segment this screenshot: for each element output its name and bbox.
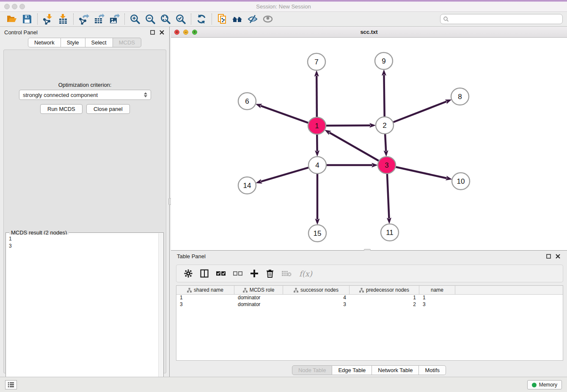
tab-mcds[interactable]: MCDS — [113, 38, 141, 47]
graph-node-14[interactable]: 14 — [238, 177, 256, 194]
float-table-panel-icon[interactable] — [545, 253, 552, 259]
table-cell[interactable]: 3 — [176, 301, 234, 308]
graph-node-1[interactable]: 1 — [308, 117, 326, 134]
svg-text:14: 14 — [243, 182, 251, 190]
graph-node-4[interactable]: 4 — [308, 157, 326, 174]
import-table-icon[interactable] — [55, 13, 71, 25]
window-titlebar: Session: New Session — [0, 2, 567, 12]
network-canvas[interactable]: 7968124314101511 — [171, 38, 566, 250]
refresh-icon[interactable] — [194, 13, 209, 25]
zoom-out-icon[interactable] — [143, 13, 158, 25]
toolbar-separator — [124, 14, 125, 25]
zoom-in-icon[interactable] — [127, 13, 143, 25]
table-row[interactable]: 3dominator323 — [176, 301, 563, 308]
search-input[interactable] — [449, 15, 562, 23]
memory-button[interactable]: Memory — [527, 380, 562, 389]
float-panel-icon[interactable] — [149, 29, 156, 36]
control-panel-header: Control Panel — [0, 27, 169, 38]
export-network-icon[interactable] — [76, 13, 91, 25]
close-panel-button[interactable]: Close panel — [86, 104, 130, 114]
table-row[interactable]: 1dominator411 — [176, 295, 563, 301]
export-image-icon[interactable] — [107, 13, 122, 25]
minimize-window-icon[interactable] — [12, 4, 17, 9]
tab-motifs[interactable]: Motifs — [419, 365, 446, 375]
hide-graphics-icon[interactable] — [245, 13, 260, 25]
clone-network-icon[interactable] — [215, 13, 230, 25]
svg-text:8: 8 — [458, 93, 462, 101]
tab-network-table[interactable]: Network Table — [372, 365, 419, 375]
zoom-selected-icon[interactable] — [173, 13, 188, 25]
save-session-icon[interactable] — [19, 13, 35, 25]
table-cell[interactable]: 3 — [283, 301, 350, 308]
mcds-result-text[interactable]: 1 3 — [6, 235, 158, 391]
graph-node-8[interactable]: 8 — [451, 88, 469, 105]
maximize-window-icon[interactable] — [19, 4, 25, 9]
graph-node-10[interactable]: 10 — [452, 173, 470, 190]
minimize-view-icon[interactable]: − — [183, 30, 188, 35]
column-header-shared-name[interactable]: shared name — [176, 286, 234, 294]
task-history-button[interactable] — [5, 380, 17, 389]
network-window-titlebar[interactable]: × − + scc.txt — [171, 27, 567, 38]
table-rows: 1dominator4113dominator323 — [176, 295, 563, 308]
search-box[interactable] — [440, 14, 563, 24]
open-session-icon[interactable] — [4, 13, 19, 25]
table-cell[interactable]: 4 — [283, 295, 350, 301]
graph-edge-3-11[interactable] — [387, 174, 389, 218]
export-table-icon[interactable] — [91, 13, 107, 25]
tab-select[interactable]: Select — [85, 38, 113, 47]
graph-edge-2-9[interactable] — [384, 75, 384, 116]
graph-edge-2-8[interactable] — [394, 102, 447, 122]
import-network-icon[interactable] — [40, 13, 55, 25]
add-column-icon[interactable] — [250, 269, 259, 278]
tab-node-table[interactable]: Node Table — [292, 365, 333, 375]
table-cell[interactable]: 2 — [350, 301, 419, 308]
control-panel-title: Control Panel — [4, 29, 146, 36]
graph-node-7[interactable]: 7 — [308, 53, 325, 70]
table-cell[interactable]: 1 — [419, 295, 455, 301]
close-panel-icon[interactable] — [158, 29, 165, 36]
column-header-MCDS-role[interactable]: MCDS role — [234, 286, 283, 294]
graph-node-9[interactable]: 9 — [375, 52, 393, 69]
toolbar-separator — [191, 14, 191, 25]
tab-network[interactable]: Network — [28, 38, 61, 47]
home-icon[interactable] — [230, 13, 245, 25]
graph-edge-3-1[interactable] — [330, 133, 379, 160]
tab-edge-table[interactable]: Edge Table — [332, 365, 372, 375]
zoom-fit-icon[interactable] — [158, 13, 173, 25]
graph-node-11[interactable]: 11 — [381, 224, 399, 241]
graph-node-2[interactable]: 2 — [376, 117, 394, 134]
table-cell[interactable]: 1 — [176, 295, 234, 301]
table-cell[interactable]: 1 — [350, 295, 419, 301]
gear-icon[interactable] — [184, 269, 193, 278]
graph-edge-1-6[interactable] — [261, 106, 308, 123]
criterion-select[interactable]: strongly connected component — [19, 90, 151, 100]
graph-edge-4-14[interactable] — [261, 168, 308, 182]
graph-edge-1-7[interactable] — [317, 76, 317, 117]
node-table[interactable]: shared nameMCDS rolesuccessor nodesprede… — [176, 285, 563, 361]
delete-icon[interactable] — [266, 269, 274, 278]
close-window-icon[interactable] — [4, 4, 10, 9]
maximize-view-icon[interactable]: + — [192, 30, 197, 35]
show-graphics-icon[interactable] — [260, 13, 275, 25]
table-cell[interactable]: dominator — [234, 301, 283, 308]
graph-node-15[interactable]: 15 — [308, 225, 326, 242]
deselect-all-checks-icon[interactable] — [233, 271, 242, 276]
columns-icon[interactable] — [200, 269, 209, 278]
column-header-name[interactable]: name — [419, 286, 455, 294]
graph-edge-2-3[interactable] — [385, 134, 386, 151]
table-cell[interactable]: 3 — [419, 301, 455, 308]
graph-edge-3-10[interactable] — [396, 167, 446, 178]
result-scrollbar[interactable] — [158, 233, 163, 391]
table-cell[interactable]: dominator — [234, 295, 283, 301]
graph-node-6[interactable]: 6 — [238, 93, 256, 110]
run-mcds-button[interactable]: Run MCDS — [40, 104, 83, 114]
network-view-window: × − + scc.txt 7968124314101511 — [171, 27, 567, 251]
column-header-successor-nodes[interactable]: successor nodes — [283, 286, 350, 294]
graph-edge-1-2[interactable] — [326, 125, 370, 126]
close-table-panel-icon[interactable] — [554, 253, 561, 259]
column-header-predecessor-nodes[interactable]: predecessor nodes — [350, 286, 419, 294]
close-view-icon[interactable]: × — [174, 30, 179, 35]
select-all-checks-icon[interactable] — [216, 271, 226, 276]
tab-style[interactable]: Style — [61, 38, 85, 47]
graph-node-3[interactable]: 3 — [378, 157, 396, 174]
